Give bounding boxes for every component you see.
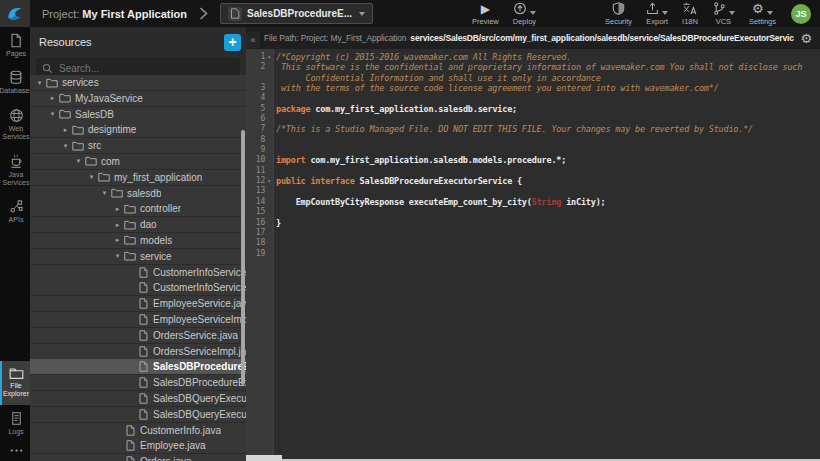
tree-item[interactable]: EmployeeService.java xyxy=(30,296,246,311)
code-line[interactable]: 1▾/*Copyright (c) 2015-2016 wavemaker.co… xyxy=(246,52,820,62)
file-icon xyxy=(136,361,150,372)
line-number: 8 xyxy=(246,135,265,145)
code-line[interactable]: 9 xyxy=(246,145,820,155)
fold-toggle-icon[interactable]: ▾ xyxy=(265,176,273,186)
tree-item[interactable]: ▸designtime xyxy=(30,122,246,137)
collapse-panel-button[interactable]: « xyxy=(246,32,260,48)
tree-item[interactable]: ▾service xyxy=(30,249,246,264)
tree-item[interactable]: SalesDBQueryExecutorService.java xyxy=(30,391,246,406)
code-line[interactable]: 6 xyxy=(246,114,820,124)
tree-item[interactable]: Orders.java xyxy=(30,454,246,461)
chevron-right-icon[interactable]: ▸ xyxy=(47,94,58,102)
code-line[interactable]: Confidential Information and shall use i… xyxy=(246,73,820,83)
tree-item[interactable]: Employee.java xyxy=(30,438,246,453)
fold-spacer xyxy=(265,135,273,145)
gear-icon: ⚙ xyxy=(752,2,764,15)
code-line[interactable]: 18 xyxy=(246,238,820,248)
search-input[interactable] xyxy=(57,62,234,75)
user-avatar[interactable]: JS xyxy=(791,4,811,24)
code-line[interactable]: 17 xyxy=(246,228,820,238)
chevron-right-icon[interactable]: ▸ xyxy=(112,221,123,229)
tree-item[interactable]: ▾salesdb xyxy=(30,186,246,201)
code-line[interactable]: 8 xyxy=(246,135,820,145)
fold-spacer xyxy=(265,124,273,134)
code-line[interactable]: 13 xyxy=(246,186,820,196)
tree-item[interactable]: ▾my_first_application xyxy=(30,170,246,185)
tree-item[interactable]: ▾com xyxy=(30,154,246,169)
code-line[interactable]: 11 xyxy=(246,166,820,176)
rail-item-logs[interactable]: Logs xyxy=(0,405,30,442)
tree-item[interactable]: ▸controller xyxy=(30,201,246,216)
export-button[interactable]: Export xyxy=(639,0,675,27)
code-line[interactable]: 5package com.my_first_application.salesd… xyxy=(246,104,820,114)
tree-item[interactable]: CustomerInfoServiceImpl.java xyxy=(30,280,246,295)
tree-item[interactable]: SalesDBProcedureExecutorServiceImpl.java xyxy=(30,375,246,390)
tree-item[interactable]: CustomerInfo.java xyxy=(30,423,246,438)
tree-item[interactable]: OrdersServiceImpl.java xyxy=(30,344,246,359)
chevron-right-icon[interactable]: ▸ xyxy=(112,205,123,213)
add-resource-button[interactable]: + xyxy=(224,34,241,51)
tree-item[interactable]: ▾SalesDB xyxy=(30,107,246,122)
tree-item[interactable]: SalesDBQueryExecutorServiceImpl.java xyxy=(30,407,246,422)
tree-item-label: OrdersService.java xyxy=(153,330,238,341)
chevron-right-icon[interactable]: ▸ xyxy=(60,126,71,134)
file-explorer-icon xyxy=(9,367,24,380)
preview-button[interactable]: ▶ Preview xyxy=(465,0,506,27)
wavemaker-logo[interactable] xyxy=(0,0,30,27)
chevron-down-icon[interactable]: ▾ xyxy=(47,110,58,118)
tree-item[interactable]: ▾services xyxy=(30,75,246,90)
rail-item-pages[interactable]: Pages xyxy=(0,27,30,64)
code-text: This software is the confidential and pr… xyxy=(273,62,802,72)
fold-spacer xyxy=(265,145,273,155)
chevron-down-icon[interactable]: ▾ xyxy=(99,189,110,197)
tree-item[interactable]: ▸MyJavaService xyxy=(30,91,246,106)
fold-spacer xyxy=(265,73,273,83)
code-line[interactable]: 2 This software is the confidential and … xyxy=(246,62,820,72)
chevron-down-icon[interactable]: ▾ xyxy=(60,142,71,150)
rail-item-file-explorer[interactable]: File Explorer xyxy=(0,361,30,405)
rail-item-more[interactable] xyxy=(0,442,30,461)
open-file-dropdown[interactable]: SalesDBProcedureE... xyxy=(220,3,373,24)
tree-item[interactable]: OrdersService.java xyxy=(30,328,246,343)
settings-button[interactable]: ⚙ Settings xyxy=(742,0,783,27)
wavemaker-logo-icon xyxy=(6,5,24,23)
vcs-button[interactable]: VCS xyxy=(705,0,742,27)
tree-item[interactable]: EmployeeServiceImpl.java xyxy=(30,312,246,327)
tree-item[interactable]: ▸dao xyxy=(30,217,246,232)
rail-item-java-services[interactable]: Java Services xyxy=(0,148,30,194)
deploy-button[interactable]: Deploy xyxy=(506,0,543,27)
tree-item[interactable]: ▸models xyxy=(30,233,246,248)
security-button[interactable]: Security xyxy=(598,0,639,27)
chevron-down-icon[interactable]: ▾ xyxy=(86,173,97,181)
chevron-right-icon[interactable]: ▸ xyxy=(112,236,123,244)
rail-item-apis[interactable]: APIs xyxy=(0,193,30,230)
chevron-down-icon[interactable]: ▾ xyxy=(112,252,123,260)
editor-horizontal-scrollbar-thumb[interactable] xyxy=(246,455,282,461)
code-line[interactable]: 4 xyxy=(246,93,820,103)
tree-item[interactable]: SalesDBProcedureExecutorService.java xyxy=(30,359,246,374)
code-line[interactable]: 19 xyxy=(246,249,820,259)
chevron-down-icon[interactable]: ▾ xyxy=(73,157,84,165)
tree-vertical-scrollbar[interactable] xyxy=(241,130,245,385)
fold-toggle-icon[interactable]: ▾ xyxy=(265,52,273,62)
code-line[interactable]: 10import com.my_first_application.salesd… xyxy=(246,155,820,165)
rail-item-databases[interactable]: Databases xyxy=(0,64,30,101)
preview-label: Preview xyxy=(472,17,499,26)
line-number: 6 xyxy=(246,114,265,124)
file-icon xyxy=(136,346,150,357)
code-line[interactable]: 15 xyxy=(246,207,820,217)
code-line[interactable]: 7/*This is a Studio Managed File. DO NOT… xyxy=(246,124,820,134)
code-line[interactable]: 3 with the terms of the source code lice… xyxy=(246,83,820,93)
tree-item-label: Orders.java xyxy=(140,456,192,461)
i18n-button[interactable]: I18N xyxy=(675,0,705,27)
tree-item[interactable]: ▾src xyxy=(30,138,246,153)
tree-item[interactable]: CustomerInfoService.java xyxy=(30,265,246,280)
code-line[interactable]: 12▾public interface SalesDBProcedureExec… xyxy=(246,176,820,186)
code-line[interactable]: 16} xyxy=(246,218,820,228)
code-area[interactable]: 1▾/*Copyright (c) 2015-2016 wavemaker.co… xyxy=(246,49,820,457)
chevron-down-icon[interactable]: ▾ xyxy=(34,79,45,87)
folder-icon xyxy=(123,251,137,261)
editor-settings-gear-icon[interactable]: ⚙ xyxy=(794,32,812,45)
code-line[interactable]: 14 EmpCountByCityResponse executeEmp_cou… xyxy=(246,197,820,207)
rail-item-web-services[interactable]: Web Services xyxy=(0,102,30,148)
